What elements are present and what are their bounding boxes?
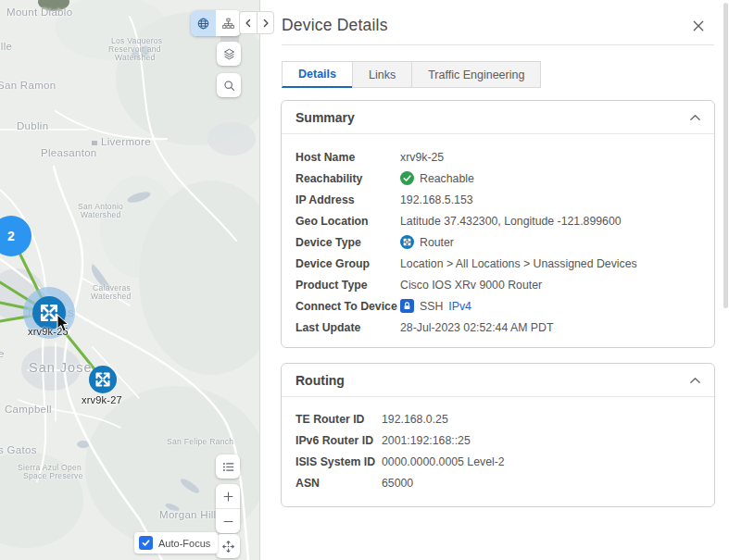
- check-icon: [141, 538, 151, 548]
- chevron-up-icon: [689, 114, 701, 121]
- panel-collapse-controls: [239, 11, 274, 34]
- globe-icon: [195, 16, 211, 31]
- chevron-up-icon: [689, 377, 701, 384]
- legend-icon: [220, 459, 236, 475]
- zoom-out-button[interactable]: [216, 509, 240, 533]
- row-value: 192.168.5.153: [400, 193, 473, 206]
- row-label: Last Update: [295, 321, 400, 334]
- expand-panel-button[interactable]: [257, 11, 274, 34]
- topology-map[interactable]: Mount Diablo ille Los Vaqueros Reservoir…: [0, 0, 259, 560]
- map-place-label: San Felipe Ranch: [167, 437, 233, 446]
- zoom-out-icon: [221, 515, 235, 529]
- detail-row: Device Group Location > All Locations > …: [295, 253, 700, 274]
- detail-row: Reachability Reachable: [295, 168, 700, 189]
- detail-row: Product Type Cisco IOS XRv 9000 Router: [295, 274, 700, 295]
- summary-card-header: Summary: [282, 101, 714, 134]
- router-icon: [400, 235, 414, 249]
- map-place-label: Watershed: [91, 292, 132, 301]
- header-divider: [282, 44, 714, 45]
- row-label: TE Router ID: [295, 413, 382, 426]
- map-place-label: San Ramon: [0, 80, 56, 91]
- row-label: IP Address: [295, 193, 400, 206]
- reachability-status: Reachable: [420, 172, 474, 185]
- summary-card: Summary Host Name xrv9k-25 Reachability: [281, 100, 715, 348]
- detail-row: Last Update 28-Jul-2023 02:52:44 AM PDT: [295, 317, 700, 338]
- fit-view-icon: [220, 539, 236, 554]
- close-button[interactable]: [688, 16, 709, 36]
- zoom-in-button[interactable]: [216, 484, 240, 509]
- detail-row: IP Address 192.168.5.153: [295, 189, 700, 210]
- chevron-left-icon: [243, 17, 254, 30]
- section-title: Summary: [295, 110, 355, 125]
- collapse-section-button[interactable]: [689, 114, 701, 121]
- detail-row: IPv6 Router ID 2001:192:168::25: [295, 429, 700, 451]
- row-label: Host Name: [295, 151, 400, 164]
- auto-focus-label: Auto-Focus: [158, 538, 210, 549]
- device-type-text: Router: [420, 236, 454, 249]
- routing-rows: TE Router ID 192.168.0.25 IPv6 Router ID…: [282, 397, 714, 506]
- panel-scrollbar[interactable]: [723, 3, 728, 308]
- collapse-panel-button[interactable]: [239, 11, 257, 34]
- row-value: Latitude 37.432300, Longitude -121.89960…: [400, 215, 622, 228]
- device-node-xrv9k-27[interactable]: [89, 366, 117, 393]
- reachable-check-icon: [400, 171, 414, 185]
- map-place-label: Livermore: [101, 136, 151, 147]
- row-value: Location > All Locations > Unassigned De…: [400, 257, 637, 270]
- map-place-label: Space Preserve: [23, 471, 83, 480]
- geo-map-view-button[interactable]: [191, 10, 216, 36]
- zoom-controls: [216, 484, 240, 533]
- layers-button[interactable]: [217, 42, 241, 66]
- section-title: Routing: [295, 373, 345, 388]
- poi-icon: [92, 141, 97, 145]
- map-view-switcher: [191, 10, 241, 36]
- collapse-section-button[interactable]: [689, 377, 701, 384]
- legend-button[interactable]: [216, 454, 240, 479]
- tab-traffic-engineering[interactable]: Traffic Engineering: [411, 61, 541, 88]
- map-place-label: Watershed: [115, 53, 156, 62]
- routing-card: Routing TE Router ID 192.168.0.25 IPv6 R…: [281, 363, 715, 507]
- row-value: 192.168.0.25: [382, 413, 448, 426]
- detail-row: Device Type Router: [295, 231, 700, 253]
- row-value: xrv9k-25: [400, 151, 444, 164]
- map-place-label: e: [0, 348, 5, 359]
- row-value: 2001:192:168::25: [382, 434, 471, 447]
- fit-view-button[interactable]: [216, 534, 240, 558]
- row-label: ASN: [295, 477, 382, 490]
- map-place-label: s Gatos: [0, 444, 37, 455]
- detail-row: ISIS System ID 0000.0000.0005 Level-2: [295, 451, 700, 472]
- row-value: 0000.0000.0005 Level-2: [382, 455, 505, 468]
- cluster-count: 2: [7, 229, 15, 243]
- map-search-button[interactable]: [217, 73, 241, 97]
- map-place-label: Dublin: [17, 120, 48, 131]
- map-place-label: Watershed: [81, 210, 121, 219]
- tab-links[interactable]: Links: [352, 61, 412, 88]
- layers-icon: [221, 46, 237, 62]
- zoom-in-icon: [221, 490, 235, 504]
- routing-card-header: Routing: [282, 364, 714, 397]
- auto-focus-checkbox[interactable]: [139, 536, 153, 550]
- row-label: Geo Location: [295, 215, 400, 228]
- row-label: Connect To Device: [295, 300, 400, 313]
- map-place-label: Pleasanton: [41, 147, 97, 158]
- connect-protocol-text: SSH: [420, 300, 443, 313]
- row-label: Device Group: [295, 257, 400, 270]
- detail-row: Geo Location Latitude 37.432300, Longitu…: [295, 210, 700, 231]
- row-value: Cisco IOS XRv 9000 Router: [400, 279, 542, 292]
- close-icon: [690, 18, 707, 34]
- detail-row: Host Name xrv9k-25: [295, 146, 700, 168]
- row-label: Product Type: [295, 279, 400, 292]
- detail-row: ASN 65000: [295, 472, 700, 493]
- ipv4-link[interactable]: IPv4: [448, 300, 471, 313]
- map-place-label: Mount Diablo: [6, 6, 72, 18]
- logical-map-view-button[interactable]: [216, 10, 241, 36]
- row-value: Reachable: [400, 171, 474, 185]
- row-label: IPv6 Router ID: [295, 434, 382, 447]
- row-value: 28-Jul-2023 02:52:44 AM PDT: [400, 321, 553, 334]
- row-value: SSH IPv4: [400, 299, 471, 313]
- page-title: Device Details: [282, 16, 388, 35]
- row-value: Router: [400, 235, 454, 249]
- row-label: ISIS System ID: [295, 455, 382, 468]
- router-icon: [89, 366, 117, 393]
- device-details-panel: Device Details Details Links Traffic Eng…: [259, 0, 729, 560]
- tab-details[interactable]: Details: [282, 61, 353, 88]
